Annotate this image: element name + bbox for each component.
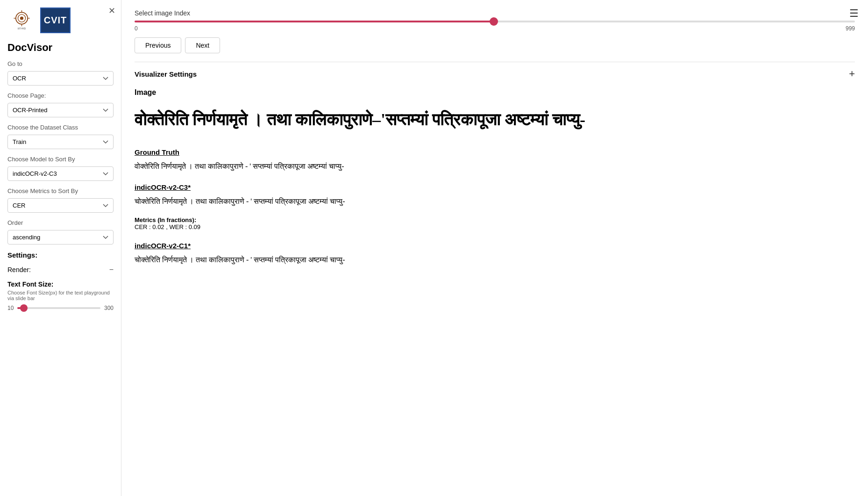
choose-page-select[interactable]: OCR-Printed bbox=[7, 103, 114, 117]
ground-truth-block: Ground Truth वोक्तेरिति निर्णयामृते । तथ… bbox=[135, 148, 855, 172]
goto-label: Go to bbox=[7, 60, 114, 67]
goto-select[interactable]: OCR bbox=[7, 71, 114, 86]
document-image-text: वोक्तेरिति निर्णयामृते । तथा कालिकापुराण… bbox=[135, 108, 855, 131]
nav-buttons: Previous Next bbox=[135, 37, 855, 53]
model1-wer-value: 0.09 bbox=[189, 223, 200, 230]
main-content: ☰ Select image Index 0 999 Previous Next… bbox=[121, 0, 868, 496]
dataset-class-section: Choose the Dataset Class Train bbox=[7, 124, 114, 149]
image-section-title: Image bbox=[135, 88, 855, 97]
sort-model-section: Choose Model to Sort By indicOCR-v2-C3 bbox=[7, 156, 114, 181]
goto-section: Go to OCR bbox=[7, 60, 114, 86]
font-size-title: Text Font Size: bbox=[7, 280, 114, 288]
model2-label: indicOCR-v2-C1* bbox=[135, 242, 191, 250]
next-button[interactable]: Next bbox=[185, 37, 220, 53]
font-slider-max: 300 bbox=[104, 305, 114, 311]
visualizer-settings-bar: Visualizer Settings + bbox=[135, 62, 855, 80]
dataset-class-label: Choose the Dataset Class bbox=[7, 124, 114, 131]
sort-metrics-select[interactable]: CER bbox=[7, 198, 114, 213]
svg-text:IIIT HYD: IIIT HYD bbox=[17, 28, 26, 30]
model1-text: चोक्तेरिति निर्णयामृते । तथा कालिकापुराण… bbox=[135, 196, 855, 207]
slider-max-label: 999 bbox=[846, 25, 855, 32]
render-row: Render: − bbox=[7, 266, 114, 274]
sort-model-select[interactable]: indicOCR-v2-C3 bbox=[7, 166, 114, 181]
iiit-logo: IIIT HYD bbox=[7, 7, 36, 33]
visualizer-settings-expand-button[interactable]: + bbox=[849, 68, 855, 80]
hamburger-menu-button[interactable]: ☰ bbox=[849, 7, 859, 20]
order-label: Order bbox=[7, 219, 114, 226]
cvit-logo: CVIT bbox=[40, 7, 71, 33]
previous-button[interactable]: Previous bbox=[135, 37, 181, 53]
sidebar: ✕ IIIT HYD CVIT DocVisor Go to OCR bbox=[0, 0, 121, 496]
slider-min-label: 0 bbox=[135, 25, 138, 32]
font-size-section: Text Font Size: Choose Font Size(px) for… bbox=[7, 280, 114, 311]
image-index-slider[interactable] bbox=[135, 21, 855, 22]
render-dash-button[interactable]: − bbox=[109, 266, 114, 274]
font-size-slider[interactable] bbox=[17, 307, 100, 309]
svg-point-2 bbox=[20, 16, 23, 20]
render-label: Render: bbox=[7, 266, 31, 273]
model1-cer-value: 0.02 bbox=[152, 223, 164, 230]
visualizer-settings-label: Visualizer Settings bbox=[135, 70, 197, 78]
font-slider-min: 10 bbox=[7, 305, 14, 311]
model2-text: चोक्तेरिति निर्णयामृते । तथा कालिकापुराण… bbox=[135, 254, 855, 266]
settings-title: Settings: bbox=[7, 251, 114, 259]
model1-metrics-values: CER : 0.02 , WER : 0.09 bbox=[135, 223, 855, 230]
document-image: वोक्तेरिति निर्णयामृते । तथा कालिकापुराण… bbox=[135, 102, 855, 137]
font-slider-container: 10 300 bbox=[7, 305, 114, 311]
sort-metrics-label: Choose Metrics to Sort By bbox=[7, 187, 114, 194]
slider-end-labels: 0 999 bbox=[135, 25, 855, 32]
close-button[interactable]: ✕ bbox=[108, 6, 115, 16]
model1-cer-label: CER : bbox=[135, 223, 151, 230]
dataset-class-select[interactable]: Train bbox=[7, 135, 114, 149]
model2-block: indicOCR-v2-C1* चोक्तेरिति निर्णयामृते ।… bbox=[135, 242, 855, 266]
image-slider-row bbox=[135, 21, 855, 22]
order-select[interactable]: ascending bbox=[7, 230, 114, 244]
order-section: Order ascending bbox=[7, 219, 114, 244]
choose-page-label: Choose Page: bbox=[7, 92, 114, 99]
ground-truth-text: वोक्तेरिति निर्णयामृते । तथा कालिकापुराण… bbox=[135, 161, 855, 172]
select-image-label: Select image Index bbox=[135, 9, 855, 17]
model1-wer-label: WER : bbox=[169, 223, 187, 230]
logos-area: IIIT HYD CVIT bbox=[7, 7, 114, 33]
app-title: DocVisor bbox=[7, 42, 114, 54]
choose-page-section: Choose Page: OCR-Printed bbox=[7, 92, 114, 117]
sort-metrics-section: Choose Metrics to Sort By CER bbox=[7, 187, 114, 213]
font-size-desc: Choose Font Size(px) for the text playgr… bbox=[7, 290, 114, 301]
ground-truth-label: Ground Truth bbox=[135, 148, 179, 156]
model1-block: indicOCR-v2-C3* चोक्तेरिति निर्णयामृते ।… bbox=[135, 183, 855, 230]
model1-label: indicOCR-v2-C3* bbox=[135, 183, 191, 191]
model1-metrics-label: Metrics (In fractions): bbox=[135, 216, 855, 223]
sort-model-label: Choose Model to Sort By bbox=[7, 156, 114, 163]
